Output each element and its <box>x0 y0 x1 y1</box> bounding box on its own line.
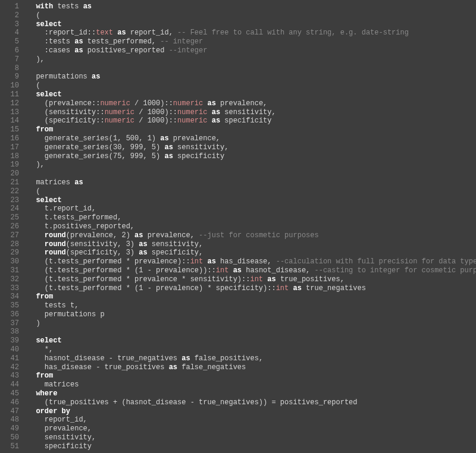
line-number: 12 <box>0 99 19 108</box>
token-kw: round <box>45 240 66 248</box>
token-cmnt: --integer <box>169 46 208 55</box>
token-kw: select <box>36 196 61 205</box>
line-number: 28 <box>0 240 19 249</box>
token-type: int <box>190 257 203 266</box>
token-plain: (t.tests_performed * prevalence * sensit… <box>27 275 250 284</box>
code-line: ), <box>27 55 476 64</box>
code-line: from <box>27 372 476 380</box>
token-plain: tests <box>53 2 83 11</box>
code-line: with tests as <box>27 2 476 11</box>
token-cmnt: -- Feel free to call with any string, e.… <box>177 29 409 37</box>
code-line: generate_series(75, 999, 5) as specifici… <box>27 152 476 161</box>
code-line <box>27 64 476 73</box>
token-kw: as <box>160 134 168 143</box>
token-plain: t.report_id, <box>27 205 96 213</box>
token-plain: ) <box>27 319 40 328</box>
token-plain: t.positives_reported, <box>27 222 134 231</box>
code-line: order by <box>27 407 476 416</box>
token-type: numeric <box>100 99 130 108</box>
token-plain: false_positives, <box>190 354 263 363</box>
token-plain <box>27 240 45 248</box>
token-plain: ), <box>27 161 45 169</box>
code-line: generate_series(30, 999, 5) as sensitivi… <box>27 143 476 152</box>
code-line <box>27 328 476 336</box>
token-plain <box>207 117 211 125</box>
token-plain: specificity <box>220 117 271 125</box>
token-plain: hasnot_disease, <box>242 266 314 275</box>
token-kw: as <box>212 108 220 117</box>
token-plain: prevalence, <box>27 424 92 433</box>
line-number: 7 <box>0 55 19 64</box>
line-number: 4 <box>0 29 19 37</box>
token-plain: ( <box>27 187 40 196</box>
code-line: sensitivity, <box>27 433 476 442</box>
code-line: round(prevalence, 2) as prevalence, --ju… <box>27 231 476 240</box>
token-plain: (prevalence, 2) <box>66 231 134 240</box>
token-plain: permutations p <box>27 310 105 319</box>
line-number: 32 <box>0 275 19 284</box>
code-line: prevalence, <box>27 424 476 433</box>
code-line: (t.tests_performed * prevalence * sensit… <box>27 275 476 284</box>
token-plain: tests_performed, <box>83 37 161 46</box>
token-plain: report_id, <box>27 416 87 424</box>
token-plain <box>27 389 36 398</box>
token-plain: prevalence, <box>169 134 220 143</box>
line-number: 37 <box>0 319 19 328</box>
token-kw: as <box>169 363 177 372</box>
line-number: 14 <box>0 117 19 125</box>
token-kw: select <box>36 20 61 29</box>
token-plain: matrices <box>27 380 79 389</box>
token-plain: has_disease, <box>216 257 276 266</box>
token-plain: specificity <box>173 152 224 161</box>
token-plain: matrices <box>27 178 74 187</box>
line-number: 16 <box>0 134 19 143</box>
line-number: 10 <box>0 81 19 90</box>
token-plain: generate_series(30, 999, 5) <box>27 143 164 152</box>
token-plain: true_negatives <box>302 284 366 292</box>
code-line: (prevalence::numeric / 1000)::numeric as… <box>27 99 476 108</box>
token-type: text <box>96 29 113 37</box>
code-line: (t.tests_performed * (1 - prevalence))::… <box>27 266 476 275</box>
line-number: 40 <box>0 345 19 354</box>
line-number: 6 <box>0 46 19 55</box>
token-kw: as <box>117 29 126 37</box>
code-line: tests t, <box>27 301 476 310</box>
token-kw: as <box>92 73 100 81</box>
line-number: 25 <box>0 213 19 222</box>
token-plain: positives_reported <box>83 46 169 55</box>
code-content[interactable]: with tests as ( select :report_id::text … <box>25 0 476 453</box>
code-line: select <box>27 336 476 345</box>
token-kw: as <box>139 240 147 248</box>
code-line: from <box>27 292 476 301</box>
token-plain: / 1000):: <box>130 99 173 108</box>
line-number: 49 <box>0 424 19 433</box>
token-kw: as <box>164 152 173 161</box>
code-line: has_disease - true_positives as false_ne… <box>27 363 476 372</box>
line-number: 33 <box>0 284 19 293</box>
token-plain: sensitivity, <box>27 433 96 442</box>
code-line: where <box>27 389 476 398</box>
line-number: 1 <box>0 2 19 11</box>
line-number: 39 <box>0 336 19 345</box>
token-type: numeric <box>105 108 134 117</box>
code-line: round(sensitivity, 3) as sensitivity, <box>27 240 476 249</box>
token-kw: as <box>181 354 190 363</box>
token-plain: *, <box>27 345 53 354</box>
line-number: 41 <box>0 354 19 363</box>
token-kw: as <box>74 37 83 46</box>
token-cmnt: --casting to integer for cosmetic purpos… <box>315 266 477 275</box>
token-plain <box>207 108 211 117</box>
token-cmnt: -- integer <box>160 37 203 46</box>
token-kw: as <box>267 275 275 284</box>
token-kw: round <box>45 231 66 240</box>
token-plain: sensitivity, <box>173 143 229 152</box>
token-plain: generate_series(75, 999, 5) <box>27 152 164 161</box>
code-line: round(specificity, 3) as specificity, <box>27 248 476 257</box>
token-plain: specificity <box>27 442 92 451</box>
token-kw: as <box>207 257 215 266</box>
line-number: 15 <box>0 125 19 134</box>
token-plain: false_negatives <box>177 363 246 372</box>
token-kw: where <box>36 389 57 398</box>
code-line: generate_series(1, 500, 1) as prevalence… <box>27 134 476 143</box>
code-line: matrices <box>27 380 476 389</box>
